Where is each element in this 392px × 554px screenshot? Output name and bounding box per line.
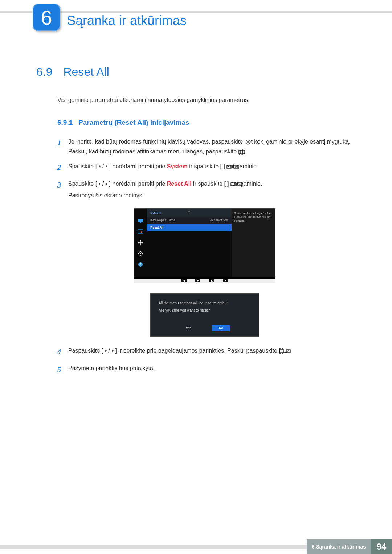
svg-rect-10 [140, 222, 141, 223]
menu-icon [238, 150, 245, 154]
content-area: 6.9 Reset All Visi gaminio parametrai at… [36, 65, 352, 381]
chapter-number: 6 [41, 6, 52, 29]
step-2-post: ir spauskite [ ] ant gaminio. [188, 163, 258, 169]
nav-right-icon [223, 279, 228, 282]
select-enter-icon: / [230, 182, 242, 186]
chapter-title: Sąranka ir atkūrimas [67, 13, 187, 28]
step-1: 1 Jei norite, kad būtų rodomas funkcinių… [57, 137, 352, 156]
step-2-pre: Spauskite [ • / • ] norėdami pereiti pri… [68, 163, 167, 169]
step-list-cont: 4 Paspauskite [ • / • ] ir pereikite pri… [57, 346, 352, 376]
svg-point-12 [141, 231, 142, 233]
osd-dialog: All the menu settings will be reset to d… [150, 293, 259, 337]
info-icon: i [136, 260, 145, 269]
select-enter-icon: / [226, 165, 238, 169]
section-heading: 6.9 Reset All [36, 65, 352, 79]
svg-marker-19 [211, 280, 213, 282]
svg-marker-18 [197, 280, 199, 282]
osd-panel-header: System [147, 209, 232, 217]
footer-stripe [0, 545, 307, 549]
svg-text:i: i [140, 263, 141, 267]
step-5: 5 Pažymėta parinktis bus pritaikyta. [57, 363, 352, 376]
svg-point-14 [140, 253, 141, 254]
svg-rect-21 [279, 350, 284, 353]
step-3: 3 Spauskite [ • / • ] norėdami pereiti p… [57, 179, 352, 201]
svg-marker-17 [183, 280, 185, 282]
step-3-tail: Pasirodys šis ekrano rodinys: [68, 190, 352, 200]
dialog-no-button: No [212, 325, 230, 331]
svg-rect-3 [227, 165, 231, 168]
chapter-badge: 6 [33, 4, 60, 31]
svg-rect-5 [234, 165, 238, 168]
select-enter-icon: / [279, 349, 291, 353]
nav-down-icon [195, 279, 200, 282]
svg-rect-9 [138, 219, 143, 222]
step-3-post: ir spauskite [ ] ant gaminio. [192, 181, 262, 187]
osd-info-panel: Return all the settings for the product … [232, 209, 275, 277]
step-4: 4 Paspauskite [ • / • ] ir pereikite pri… [57, 346, 352, 358]
subsection-title: Parametrų (Reset All) inicijavimas [78, 119, 189, 126]
gear-icon [136, 249, 145, 258]
subsection-heading: 6.9.1 Parametrų (Reset All) inicijavimas [57, 119, 352, 127]
osd-row-resetall: Reset All [147, 224, 232, 231]
osd-illustration: i System Key Repeat Time Acceleration Re… [57, 208, 352, 337]
svg-rect-23 [286, 350, 290, 353]
step-4-text: Paspauskite [ • / • ] ir pereikite prie … [68, 348, 285, 354]
keyword-system: System [167, 163, 188, 169]
picture-icon [136, 227, 145, 236]
dialog-yes-button: Yes [179, 325, 197, 331]
dialog-line2: Are you sure you want to reset? [159, 308, 251, 313]
svg-rect-11 [138, 230, 143, 234]
nav-up-icon [209, 279, 214, 282]
step-5-text: Pažymėta parinktis bus pritaikyta. [68, 363, 352, 376]
osd-row-keyrepeat: Key Repeat Time Acceleration [147, 217, 232, 224]
step-number: 1 [57, 137, 62, 156]
page-number: 94 [371, 539, 392, 554]
step-1-text: Jei norite, kad būtų rodomas funkcinių k… [68, 139, 350, 155]
intro-text: Visi gaminio parametrai atkuriami į numa… [57, 97, 352, 103]
step-number: 3 [57, 179, 62, 201]
svg-rect-8 [238, 183, 242, 186]
step-list: 1 Jei norite, kad būtų rodomas funkcinių… [57, 137, 352, 202]
step-number: 4 [57, 346, 62, 358]
section-title: Reset All [63, 65, 109, 79]
svg-marker-20 [225, 280, 226, 282]
size-icon [136, 238, 145, 247]
svg-rect-0 [239, 150, 245, 154]
footer-label: 6 Sąranka ir atkūrimas [307, 539, 371, 554]
step-number: 2 [57, 161, 62, 174]
scroll-up-icon [188, 211, 191, 212]
section-number: 6.9 [36, 65, 52, 79]
osd-panel: System Key Repeat Time Acceleration Rese… [147, 209, 232, 277]
osd-sidebar: i [134, 209, 147, 277]
step-3-pre: Spauskite [ • / • ] norėdami pereiti pri… [68, 181, 167, 187]
keyword-resetall: Reset All [167, 181, 192, 187]
nav-left-icon [181, 279, 187, 282]
osd-main-window: i System Key Repeat Time Acceleration Re… [134, 208, 275, 277]
subsection-number: 6.9.1 [57, 119, 73, 126]
step-2: 2 Spauskite [ • / • ] norėdami pereiti p… [57, 161, 352, 174]
osd-nav-controls [134, 277, 275, 283]
page-footer: 6 Sąranka ir atkūrimas 94 [0, 539, 392, 554]
dialog-line1: All the menu settings will be reset to d… [159, 301, 251, 306]
svg-rect-6 [231, 183, 235, 186]
monitor-icon [136, 217, 145, 225]
step-number: 5 [57, 363, 62, 376]
